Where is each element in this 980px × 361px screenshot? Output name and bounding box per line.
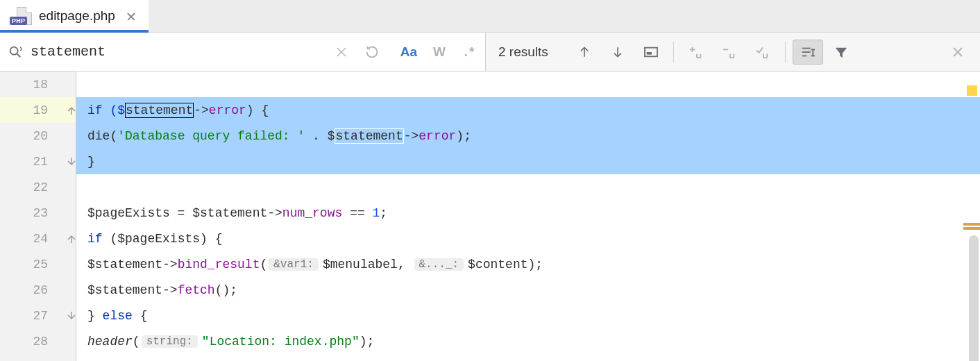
code-line[interactable]: $statement->fetch();: [76, 277, 980, 303]
gutter-line: 21: [0, 149, 76, 174]
find-results-group: 2 results: [486, 33, 980, 71]
fold-expand-icon[interactable]: [67, 157, 76, 167]
search-match-active: statement: [125, 103, 194, 118]
code-line[interactable]: [76, 72, 980, 97]
close-find-button[interactable]: [943, 40, 973, 65]
search-history-button[interactable]: [357, 33, 387, 71]
filter-contextual-button[interactable]: [793, 40, 823, 65]
remove-selection-button[interactable]: [714, 40, 745, 65]
editor-tab-bar: PHP editpage.php: [0, 0, 980, 33]
code-line[interactable]: $pageExists = $statement->num_rows == 1;: [76, 200, 980, 226]
code-line[interactable]: if ($statement->error) {: [76, 97, 980, 123]
tab-filename: editpage.php: [39, 8, 115, 24]
code-line[interactable]: } else {: [76, 303, 980, 328]
match-case-toggle[interactable]: Aa: [394, 33, 424, 71]
gutter-line: 20: [0, 123, 76, 149]
code-area[interactable]: if ($statement->error) { die('Database q…: [76, 72, 980, 361]
overview-mark[interactable]: [963, 223, 980, 226]
fold-collapse-icon[interactable]: [67, 106, 76, 115]
param-hint: &var1:: [269, 258, 319, 271]
code-editor: 18 19 20 21 22 23 24 25 26 27 28 if ($st…: [0, 72, 980, 361]
prev-match-button[interactable]: [569, 40, 600, 65]
gutter-line: 28: [0, 328, 76, 354]
gutter-line: 25: [0, 251, 76, 277]
close-icon[interactable]: [126, 11, 136, 21]
svg-marker-26: [836, 47, 847, 58]
code-line[interactable]: }: [76, 149, 980, 174]
gutter-line: 27: [0, 303, 76, 328]
editor-tab-active[interactable]: PHP editpage.php: [0, 0, 149, 32]
regex-toggle[interactable]: .*: [455, 33, 485, 71]
gutter-line: 19: [0, 97, 76, 123]
select-all-button[interactable]: [636, 40, 666, 65]
fold-expand-icon[interactable]: [67, 311, 76, 321]
svg-line-1: [17, 53, 21, 57]
results-count: 2 results: [498, 44, 548, 60]
find-input[interactable]: [31, 44, 326, 60]
gutter-line: 22: [0, 174, 76, 200]
find-input-group: Aa W .*: [0, 33, 486, 71]
whole-words-toggle[interactable]: W: [424, 33, 455, 71]
warning-indicator-icon[interactable]: [967, 85, 977, 96]
gutter-line: 24: [0, 226, 76, 251]
code-line[interactable]: header(string:"Location: index.php");: [76, 328, 980, 354]
editor-overview-ruler[interactable]: [963, 72, 980, 361]
overview-mark[interactable]: [963, 227, 980, 230]
search-icon[interactable]: [0, 44, 31, 60]
search-match: statement: [335, 128, 403, 144]
line-number-gutter[interactable]: 18 19 20 21 22 23 24 25 26 27 28: [0, 72, 76, 361]
gutter-line: 18: [0, 72, 76, 97]
gutter-line: 26: [0, 277, 76, 303]
svg-point-0: [10, 47, 18, 54]
add-selection-button[interactable]: [681, 40, 711, 65]
php-file-icon: PHP: [10, 7, 32, 25]
filter-button[interactable]: [826, 40, 856, 65]
next-match-button[interactable]: [602, 40, 633, 65]
code-line[interactable]: $statement->bind_result(&var1:$menulabel…: [76, 251, 980, 277]
param-hint: &..._:: [414, 258, 464, 271]
gutter-line: 23: [0, 200, 76, 226]
code-line[interactable]: die('Database query failed: ' . $stateme…: [76, 123, 980, 149]
code-line[interactable]: if ($pageExists) {: [76, 226, 980, 251]
find-toolbar: Aa W .* 2 results: [0, 33, 980, 72]
clear-search-button[interactable]: [326, 33, 357, 71]
scrollbar-thumb[interactable]: [969, 235, 979, 361]
param-hint: string:: [142, 335, 198, 348]
select-all-occurrences-button[interactable]: [747, 40, 778, 65]
code-line[interactable]: [76, 174, 980, 200]
fold-collapse-icon[interactable]: [67, 234, 76, 244]
svg-rect-7: [647, 52, 652, 55]
